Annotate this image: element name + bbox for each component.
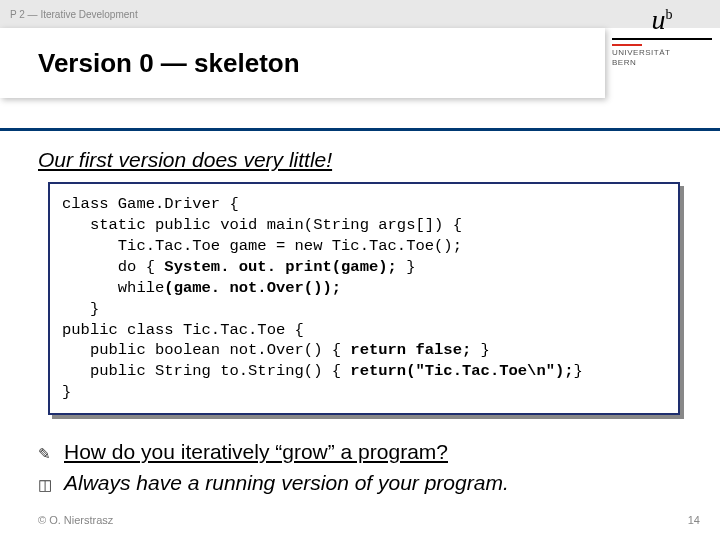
logo-red-bar [612, 44, 642, 46]
subtitle: Our first version does very little! [38, 148, 690, 172]
page-title: Version 0 — skeleton [0, 48, 300, 79]
logo-b-glyph: b [666, 7, 673, 22]
code-block: class Game.Driver { static public void m… [48, 182, 680, 415]
page-icon: ◫ [38, 474, 58, 496]
bullet-answer: ◫ Always have a running version of your … [38, 468, 690, 498]
page-number: 14 [688, 514, 700, 526]
code-line: Tic.Tac.Toe game = new Tic.Tac.Toe(); [62, 237, 462, 255]
question-text: How do you iteratively “grow” a program? [64, 437, 448, 467]
slide-content: Our first version does very little! clas… [38, 148, 690, 498]
code-line: } [574, 362, 583, 380]
code-line: static public void main(String args[]) { [62, 216, 462, 234]
code-line: class Game.Driver { [62, 195, 239, 213]
bullet-list: ✎ How do you iteratively “grow” a progra… [38, 437, 690, 498]
horizontal-rule [0, 128, 720, 131]
logo-letter-u: ub [612, 4, 712, 36]
code-line: } [62, 383, 71, 401]
code-line: public class Tic.Tac.Toe { [62, 321, 304, 339]
logo-underline [612, 38, 712, 40]
logo-text-1: UNIVERSITÄT [612, 48, 712, 58]
copyright: © O. Nierstrasz [38, 514, 113, 526]
pencil-icon: ✎ [38, 443, 58, 465]
code-bold: return false; [350, 341, 480, 359]
logo-u-glyph: u [652, 4, 666, 35]
title-bar: Version 0 — skeleton [0, 28, 605, 98]
code-line: } [481, 341, 490, 359]
university-logo: ub UNIVERSITÄT BERN [612, 4, 712, 67]
footer: © O. Nierstrasz 14 [38, 514, 700, 526]
code-line: } [406, 258, 415, 276]
code-line: while [62, 279, 164, 297]
code-line: public String to.String() { [62, 362, 350, 380]
code-bold: System. out. print(game); [164, 258, 406, 276]
code-bold: return("Tic.Tac.Toe\n"); [350, 362, 573, 380]
logo-text-2: BERN [612, 58, 712, 68]
code-line: } [62, 300, 99, 318]
code-bold: (game. not.Over()); [164, 279, 341, 297]
answer-text: Always have a running version of your pr… [64, 468, 509, 498]
code-shadow: class Game.Driver { static public void m… [52, 186, 684, 419]
bullet-question: ✎ How do you iteratively “grow” a progra… [38, 437, 690, 467]
code-line: public boolean not.Over() { [62, 341, 350, 359]
breadcrumb: P 2 — Iterative Development [10, 9, 138, 20]
code-line: do { [62, 258, 164, 276]
